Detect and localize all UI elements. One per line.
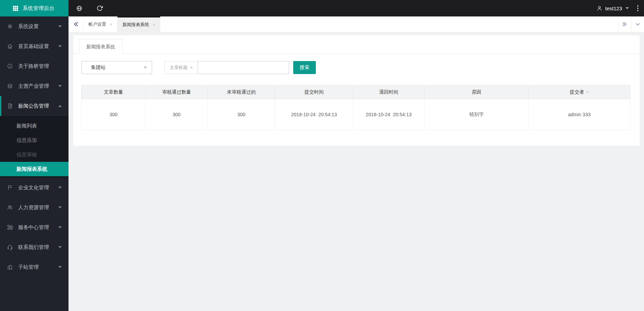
- cell-reason: 错别字: [424, 99, 529, 130]
- user-menu[interactable]: test123: [596, 5, 629, 11]
- app-logo: 系统管理后台: [0, 0, 69, 16]
- submenu-item-news-report-system[interactable]: 新闻报表系统: [0, 162, 69, 176]
- tabs-scroll-left-button[interactable]: [69, 16, 84, 32]
- table-header-row: 文章数量 审核通过数量 未审核通过的 提交时间 退回时间 原因 提交者: [82, 85, 630, 99]
- chevron-down-icon: [58, 45, 62, 47]
- building-icon: [7, 264, 13, 270]
- col-unapproved-count: 未审核通过的: [208, 85, 275, 99]
- chevron-down-icon: [58, 206, 62, 208]
- panel-tab-news-report[interactable]: 新闻报表系统: [79, 39, 123, 54]
- field-select-value: 文章标题: [170, 64, 188, 71]
- sidebar-item-subsite-management[interactable]: 子站管理: [0, 257, 69, 277]
- sidebar-item-label: 关于路桥管理: [18, 63, 49, 70]
- news-report-panel: 新闻报表系统 集团站 文章标题 搜索: [73, 35, 640, 146]
- chevron-down-icon: [190, 67, 193, 69]
- cell-unapproved-count: 300: [208, 99, 275, 130]
- tabs-scroll-right-button[interactable]: [618, 16, 631, 32]
- app-title: 系统管理后台: [23, 5, 54, 12]
- chevron-down-icon: [58, 246, 62, 248]
- filter-row: 集团站 文章标题 搜索: [82, 61, 640, 74]
- username: test123: [605, 5, 622, 11]
- chevron-down-icon: [144, 67, 147, 69]
- field-select[interactable]: 文章标题: [164, 61, 198, 74]
- sidebar-item-label: 系统设置: [18, 23, 39, 30]
- col-submitter[interactable]: 提交者: [529, 85, 630, 99]
- table-row: 300 300 300 2018-10-24 20:54:13 2018-10-…: [82, 99, 630, 130]
- chevron-up-icon: [58, 105, 62, 107]
- site-select[interactable]: 集团站: [82, 61, 152, 74]
- command-icon: [7, 224, 13, 230]
- sidebar-item-news-announcement-management[interactable]: 新闻公告管理: [0, 96, 69, 116]
- grid-icon: [12, 5, 19, 12]
- sidebar-item-label: 子站管理: [18, 264, 39, 271]
- chevron-down-icon: [58, 226, 62, 228]
- col-submitter-label: 提交者: [570, 89, 584, 95]
- close-icon[interactable]: ×: [110, 22, 112, 27]
- kebab-menu-button[interactable]: [635, 4, 641, 13]
- sidebar-submenu-news: 新闻列表 信息添加 信息审核 新闻报表系统: [0, 116, 69, 178]
- refresh-icon: [97, 5, 103, 11]
- cell-return-time: 2018-10-24 20:54:13: [353, 99, 424, 130]
- tabbar-spacer: [160, 16, 618, 32]
- tab-label: 新闻报表系统: [122, 22, 149, 28]
- close-icon[interactable]: ×: [152, 22, 155, 27]
- headset-icon: [7, 244, 13, 250]
- col-submit-time: 提交时间: [275, 85, 353, 99]
- user-icon: [596, 5, 603, 11]
- search-input[interactable]: [198, 61, 289, 74]
- col-return-time: 退回时间: [353, 85, 424, 99]
- content-area: 新闻报表系统 集团站 文章标题 搜索: [69, 35, 644, 311]
- sidebar-item-label: 新闻公告管理: [18, 103, 49, 109]
- cell-article-count: 300: [82, 99, 146, 130]
- sidebar-item-label: 联系我们管理: [18, 244, 49, 251]
- layers-icon: [7, 83, 13, 89]
- cell-submitter: admin 333: [529, 99, 630, 130]
- submenu-item-info-review[interactable]: 信息审核: [0, 147, 69, 162]
- document-icon: [7, 103, 13, 109]
- sidebar-item-label: 首页基础设置: [18, 43, 49, 50]
- info-icon: [7, 63, 13, 69]
- language-button[interactable]: [69, 0, 90, 16]
- sidebar-item-label: 主营产业管理: [18, 83, 49, 89]
- worktab-bar: 帐户设置 × 新闻报表系统 ×: [69, 16, 644, 32]
- site-select-value: 集团站: [91, 64, 106, 71]
- topbar: 系统管理后台 test123: [0, 0, 644, 16]
- panel-tab-row: 新闻报表系统: [73, 35, 640, 54]
- cell-submit-time: 2018-10-24 20:54:13: [275, 99, 353, 130]
- topbar-right: test123: [596, 0, 644, 16]
- sidebar: 系统设置 首页基础设置 关于路桥管理 主营产业管理: [0, 16, 69, 311]
- cell-approved-count: 300: [146, 99, 208, 130]
- report-table: 文章数量 审核通过数量 未审核通过的 提交时间 退回时间 原因 提交者: [81, 85, 630, 130]
- refresh-button[interactable]: [90, 0, 110, 16]
- tab-news-report-system[interactable]: 新闻报表系统 ×: [117, 16, 160, 32]
- chevron-down-icon: [58, 85, 62, 87]
- tabs-collapse-button[interactable]: [631, 16, 644, 32]
- submenu-item-info-add[interactable]: 信息添加: [0, 133, 69, 147]
- tab-account-settings[interactable]: 帐户设置 ×: [84, 16, 117, 32]
- sidebar-item-service-center-management[interactable]: 服务中心管理: [0, 217, 69, 237]
- search-button[interactable]: 搜索: [293, 61, 316, 74]
- col-article-count: 文章数量: [82, 85, 146, 99]
- sidebar-item-contact-us-management[interactable]: 联系我们管理: [0, 237, 69, 257]
- people-icon: [7, 204, 13, 211]
- tab-label: 帐户设置: [88, 21, 106, 27]
- col-reason: 原因: [424, 85, 529, 99]
- sidebar-item-homepage-basic-settings[interactable]: 首页基础设置: [0, 36, 69, 56]
- sidebar-item-about-management[interactable]: 关于路桥管理: [0, 56, 69, 76]
- chevron-down-icon: [58, 25, 62, 27]
- globe-icon: [76, 5, 83, 12]
- sidebar-item-main-industry-management[interactable]: 主营产业管理: [0, 76, 69, 96]
- chevron-down-icon: [58, 187, 62, 189]
- flag-icon: [7, 184, 13, 191]
- sidebar-item-label: 服务中心管理: [18, 224, 49, 231]
- sidebar-item-hr-management[interactable]: 人力资源管理: [0, 198, 69, 217]
- chevron-down-icon: [58, 266, 62, 268]
- sidebar-item-label: 企业文化管理: [18, 184, 49, 191]
- sidebar-item-label: 人力资源管理: [18, 204, 49, 211]
- sidebar-item-system-settings[interactable]: 系统设置: [0, 16, 69, 36]
- sidebar-item-enterprise-culture-management[interactable]: 企业文化管理: [0, 178, 69, 198]
- main-area: 帐户设置 × 新闻报表系统 × 新闻报表系统 集团站: [69, 16, 644, 311]
- submenu-item-news-list[interactable]: 新闻列表: [0, 119, 69, 133]
- gear-icon: [7, 23, 13, 29]
- chevron-down-icon: [626, 7, 629, 9]
